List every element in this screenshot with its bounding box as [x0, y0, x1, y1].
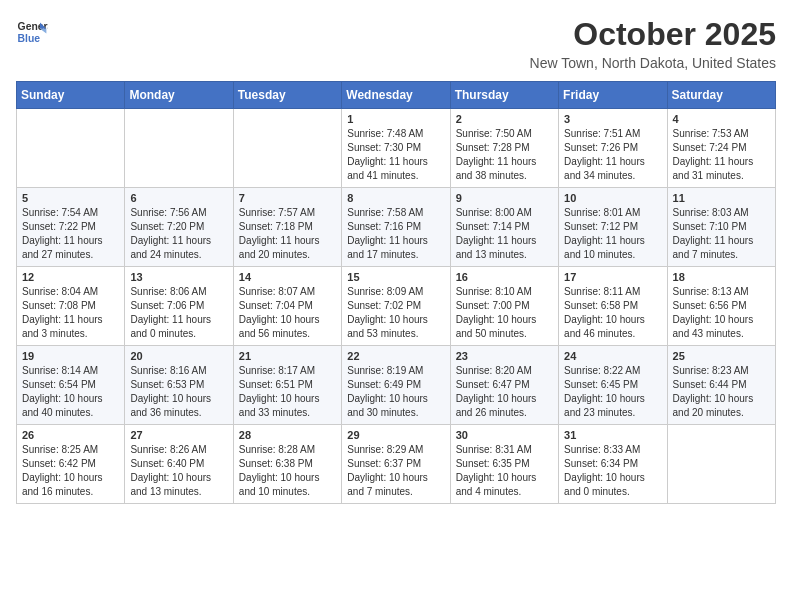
- day-number: 13: [130, 271, 227, 283]
- day-number: 18: [673, 271, 770, 283]
- day-number: 15: [347, 271, 444, 283]
- day-info: Sunrise: 8:04 AM Sunset: 7:08 PM Dayligh…: [22, 285, 119, 341]
- calendar-cell: 10Sunrise: 8:01 AM Sunset: 7:12 PM Dayli…: [559, 188, 667, 267]
- calendar-cell: 2Sunrise: 7:50 AM Sunset: 7:28 PM Daylig…: [450, 109, 558, 188]
- calendar-table: SundayMondayTuesdayWednesdayThursdayFrid…: [16, 81, 776, 504]
- calendar-cell: 8Sunrise: 7:58 AM Sunset: 7:16 PM Daylig…: [342, 188, 450, 267]
- week-row-5: 26Sunrise: 8:25 AM Sunset: 6:42 PM Dayli…: [17, 425, 776, 504]
- title-area: October 2025 New Town, North Dakota, Uni…: [530, 16, 776, 71]
- calendar-cell: 9Sunrise: 8:00 AM Sunset: 7:14 PM Daylig…: [450, 188, 558, 267]
- day-info: Sunrise: 8:00 AM Sunset: 7:14 PM Dayligh…: [456, 206, 553, 262]
- day-info: Sunrise: 8:23 AM Sunset: 6:44 PM Dayligh…: [673, 364, 770, 420]
- day-info: Sunrise: 8:20 AM Sunset: 6:47 PM Dayligh…: [456, 364, 553, 420]
- calendar-cell: 1Sunrise: 7:48 AM Sunset: 7:30 PM Daylig…: [342, 109, 450, 188]
- week-row-4: 19Sunrise: 8:14 AM Sunset: 6:54 PM Dayli…: [17, 346, 776, 425]
- day-number: 11: [673, 192, 770, 204]
- calendar-cell: 30Sunrise: 8:31 AM Sunset: 6:35 PM Dayli…: [450, 425, 558, 504]
- calendar-cell: [667, 425, 775, 504]
- day-number: 27: [130, 429, 227, 441]
- day-number: 6: [130, 192, 227, 204]
- day-info: Sunrise: 8:31 AM Sunset: 6:35 PM Dayligh…: [456, 443, 553, 499]
- day-info: Sunrise: 8:07 AM Sunset: 7:04 PM Dayligh…: [239, 285, 336, 341]
- week-row-3: 12Sunrise: 8:04 AM Sunset: 7:08 PM Dayli…: [17, 267, 776, 346]
- day-info: Sunrise: 8:33 AM Sunset: 6:34 PM Dayligh…: [564, 443, 661, 499]
- calendar-cell: 4Sunrise: 7:53 AM Sunset: 7:24 PM Daylig…: [667, 109, 775, 188]
- calendar-cell: [125, 109, 233, 188]
- day-number: 7: [239, 192, 336, 204]
- day-number: 5: [22, 192, 119, 204]
- calendar-cell: 18Sunrise: 8:13 AM Sunset: 6:56 PM Dayli…: [667, 267, 775, 346]
- day-info: Sunrise: 8:17 AM Sunset: 6:51 PM Dayligh…: [239, 364, 336, 420]
- calendar-cell: 29Sunrise: 8:29 AM Sunset: 6:37 PM Dayli…: [342, 425, 450, 504]
- day-info: Sunrise: 7:53 AM Sunset: 7:24 PM Dayligh…: [673, 127, 770, 183]
- day-number: 20: [130, 350, 227, 362]
- week-row-1: 1Sunrise: 7:48 AM Sunset: 7:30 PM Daylig…: [17, 109, 776, 188]
- calendar-cell: 19Sunrise: 8:14 AM Sunset: 6:54 PM Dayli…: [17, 346, 125, 425]
- day-number: 16: [456, 271, 553, 283]
- calendar-cell: [17, 109, 125, 188]
- calendar-cell: 6Sunrise: 7:56 AM Sunset: 7:20 PM Daylig…: [125, 188, 233, 267]
- logo-icon: General Blue: [16, 16, 48, 48]
- day-info: Sunrise: 8:03 AM Sunset: 7:10 PM Dayligh…: [673, 206, 770, 262]
- day-number: 24: [564, 350, 661, 362]
- day-info: Sunrise: 8:13 AM Sunset: 6:56 PM Dayligh…: [673, 285, 770, 341]
- svg-text:Blue: Blue: [18, 33, 41, 44]
- day-info: Sunrise: 8:01 AM Sunset: 7:12 PM Dayligh…: [564, 206, 661, 262]
- day-info: Sunrise: 8:06 AM Sunset: 7:06 PM Dayligh…: [130, 285, 227, 341]
- day-number: 3: [564, 113, 661, 125]
- weekday-header-thursday: Thursday: [450, 82, 558, 109]
- day-number: 12: [22, 271, 119, 283]
- calendar-cell: 14Sunrise: 8:07 AM Sunset: 7:04 PM Dayli…: [233, 267, 341, 346]
- day-number: 17: [564, 271, 661, 283]
- calendar-cell: 20Sunrise: 8:16 AM Sunset: 6:53 PM Dayli…: [125, 346, 233, 425]
- weekday-header-tuesday: Tuesday: [233, 82, 341, 109]
- calendar-cell: 27Sunrise: 8:26 AM Sunset: 6:40 PM Dayli…: [125, 425, 233, 504]
- week-row-2: 5Sunrise: 7:54 AM Sunset: 7:22 PM Daylig…: [17, 188, 776, 267]
- day-info: Sunrise: 7:50 AM Sunset: 7:28 PM Dayligh…: [456, 127, 553, 183]
- day-info: Sunrise: 8:09 AM Sunset: 7:02 PM Dayligh…: [347, 285, 444, 341]
- calendar-body: 1Sunrise: 7:48 AM Sunset: 7:30 PM Daylig…: [17, 109, 776, 504]
- month-title: October 2025: [530, 16, 776, 53]
- day-number: 14: [239, 271, 336, 283]
- day-number: 25: [673, 350, 770, 362]
- calendar-cell: 21Sunrise: 8:17 AM Sunset: 6:51 PM Dayli…: [233, 346, 341, 425]
- calendar-cell: 26Sunrise: 8:25 AM Sunset: 6:42 PM Dayli…: [17, 425, 125, 504]
- day-info: Sunrise: 8:25 AM Sunset: 6:42 PM Dayligh…: [22, 443, 119, 499]
- calendar-cell: 24Sunrise: 8:22 AM Sunset: 6:45 PM Dayli…: [559, 346, 667, 425]
- weekday-header-wednesday: Wednesday: [342, 82, 450, 109]
- day-number: 4: [673, 113, 770, 125]
- day-info: Sunrise: 8:11 AM Sunset: 6:58 PM Dayligh…: [564, 285, 661, 341]
- calendar-cell: 3Sunrise: 7:51 AM Sunset: 7:26 PM Daylig…: [559, 109, 667, 188]
- day-number: 2: [456, 113, 553, 125]
- day-number: 21: [239, 350, 336, 362]
- calendar-cell: 5Sunrise: 7:54 AM Sunset: 7:22 PM Daylig…: [17, 188, 125, 267]
- day-number: 1: [347, 113, 444, 125]
- day-info: Sunrise: 8:26 AM Sunset: 6:40 PM Dayligh…: [130, 443, 227, 499]
- day-number: 26: [22, 429, 119, 441]
- day-number: 10: [564, 192, 661, 204]
- calendar-cell: 11Sunrise: 8:03 AM Sunset: 7:10 PM Dayli…: [667, 188, 775, 267]
- calendar-cell: 7Sunrise: 7:57 AM Sunset: 7:18 PM Daylig…: [233, 188, 341, 267]
- weekday-header-friday: Friday: [559, 82, 667, 109]
- day-info: Sunrise: 8:29 AM Sunset: 6:37 PM Dayligh…: [347, 443, 444, 499]
- calendar-cell: 17Sunrise: 8:11 AM Sunset: 6:58 PM Dayli…: [559, 267, 667, 346]
- location: New Town, North Dakota, United States: [530, 55, 776, 71]
- calendar-cell: [233, 109, 341, 188]
- weekday-header-sunday: Sunday: [17, 82, 125, 109]
- day-info: Sunrise: 7:58 AM Sunset: 7:16 PM Dayligh…: [347, 206, 444, 262]
- day-number: 19: [22, 350, 119, 362]
- day-number: 8: [347, 192, 444, 204]
- day-info: Sunrise: 7:54 AM Sunset: 7:22 PM Dayligh…: [22, 206, 119, 262]
- day-info: Sunrise: 8:28 AM Sunset: 6:38 PM Dayligh…: [239, 443, 336, 499]
- calendar-cell: 15Sunrise: 8:09 AM Sunset: 7:02 PM Dayli…: [342, 267, 450, 346]
- day-number: 30: [456, 429, 553, 441]
- weekday-header-saturday: Saturday: [667, 82, 775, 109]
- day-number: 9: [456, 192, 553, 204]
- calendar-cell: 22Sunrise: 8:19 AM Sunset: 6:49 PM Dayli…: [342, 346, 450, 425]
- weekday-header-row: SundayMondayTuesdayWednesdayThursdayFrid…: [17, 82, 776, 109]
- day-info: Sunrise: 7:48 AM Sunset: 7:30 PM Dayligh…: [347, 127, 444, 183]
- weekday-header-monday: Monday: [125, 82, 233, 109]
- day-number: 22: [347, 350, 444, 362]
- day-info: Sunrise: 8:19 AM Sunset: 6:49 PM Dayligh…: [347, 364, 444, 420]
- calendar-cell: 23Sunrise: 8:20 AM Sunset: 6:47 PM Dayli…: [450, 346, 558, 425]
